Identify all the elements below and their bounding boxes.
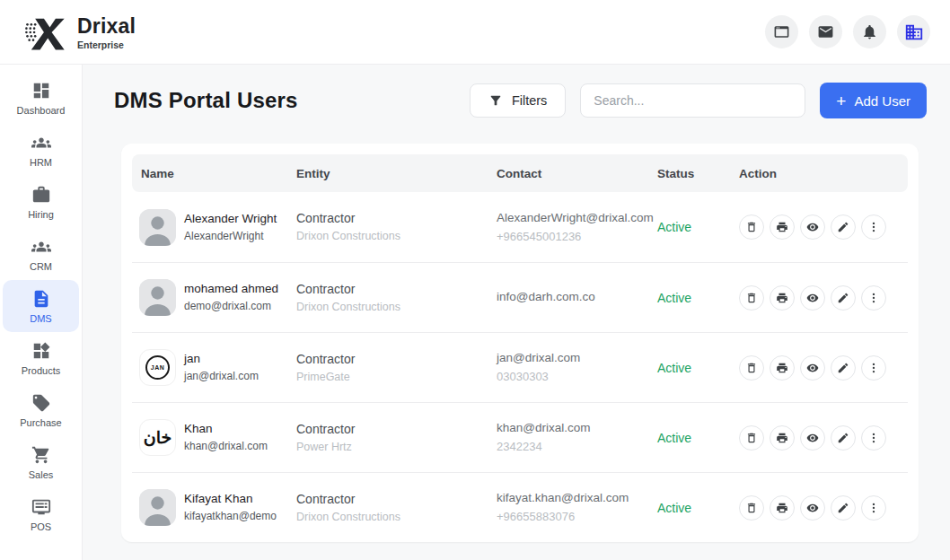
contact-phone: 03030303 bbox=[497, 368, 648, 386]
status-badge: Active bbox=[648, 431, 730, 445]
sidebar-item-label: POS bbox=[31, 521, 51, 532]
column-header-entity: Entity bbox=[287, 167, 488, 180]
sidebar-item-label: Products bbox=[22, 365, 60, 376]
delete-button[interactable] bbox=[739, 214, 764, 240]
company-button[interactable] bbox=[897, 15, 930, 48]
tag-icon bbox=[31, 393, 51, 413]
view-button[interactable] bbox=[800, 355, 825, 381]
print-button[interactable] bbox=[770, 285, 795, 311]
status-badge: Active bbox=[648, 361, 730, 375]
print-button[interactable] bbox=[770, 214, 795, 240]
edit-button[interactable] bbox=[831, 495, 856, 521]
brand-name: Drixal bbox=[77, 14, 136, 39]
table-row: خان Khan khan@drixal.com Contractor Powe… bbox=[132, 402, 908, 472]
edit-button[interactable] bbox=[831, 285, 856, 311]
pencil-icon bbox=[837, 292, 849, 304]
view-button[interactable] bbox=[800, 285, 825, 311]
more-button[interactable] bbox=[861, 285, 886, 311]
sidebar-item-dms[interactable]: DMS bbox=[3, 280, 79, 332]
table-row: Alexander Wright AlexanderWright Contrac… bbox=[132, 192, 908, 262]
user-name: mohamed ahmed bbox=[184, 280, 278, 299]
more-button[interactable] bbox=[861, 214, 886, 240]
pencil-icon bbox=[837, 221, 849, 233]
plus-icon: + bbox=[836, 92, 846, 109]
table-row: Kifayat Khan kifayatkhan@demo Contractor… bbox=[132, 472, 908, 542]
entity-type: Contractor bbox=[296, 209, 488, 228]
contact-email: info@darh.com.co bbox=[497, 288, 648, 307]
filters-button[interactable]: Filters bbox=[470, 83, 566, 118]
avatar-label: خان bbox=[144, 427, 172, 448]
sidebar-item-sales[interactable]: Sales bbox=[3, 436, 79, 488]
sidebar-item-label: Sales bbox=[29, 469, 54, 480]
trash-icon bbox=[745, 221, 758, 233]
sidebar-item-label: DMS bbox=[30, 313, 51, 324]
page-title: DMS Portal Users bbox=[114, 88, 470, 113]
sidebar-item-hiring[interactable]: Hiring bbox=[3, 176, 79, 228]
entity-name: PrimeGate bbox=[296, 369, 488, 386]
print-button[interactable] bbox=[770, 495, 795, 521]
print-button[interactable] bbox=[770, 355, 795, 381]
dashboard-icon bbox=[31, 81, 51, 101]
edit-button[interactable] bbox=[831, 425, 856, 451]
delete-button[interactable] bbox=[739, 285, 764, 311]
user-name: Khan bbox=[184, 420, 268, 439]
notifications-button[interactable] bbox=[853, 15, 886, 48]
top-header: Drixal Enterprise bbox=[0, 0, 950, 65]
brand-subtitle: Enterprise bbox=[77, 39, 136, 50]
user-name: Kifayat Khan bbox=[184, 490, 277, 509]
contact-email: AlexanderWright@drixal.com bbox=[497, 209, 648, 228]
sidebar-item-label: Purchase bbox=[20, 417, 61, 428]
more-vert-icon bbox=[867, 362, 880, 374]
sidebar-item-hrm[interactable]: HRM bbox=[3, 124, 79, 176]
sidebar-item-label: Hiring bbox=[28, 209, 54, 220]
more-button[interactable] bbox=[861, 355, 886, 381]
column-header-status: Status bbox=[648, 167, 730, 180]
sidebar-item-crm[interactable]: CRM bbox=[3, 228, 79, 280]
sidebar-item-dashboard[interactable]: Dashboard bbox=[3, 72, 79, 124]
eye-icon bbox=[806, 221, 819, 233]
user-username: AlexanderWright bbox=[184, 229, 277, 244]
printer-icon bbox=[776, 502, 788, 514]
window-button[interactable] bbox=[765, 15, 798, 48]
sidebar: Dashboard HRM Hiring CRM DMS Products Pu… bbox=[0, 65, 83, 560]
eye-icon bbox=[806, 502, 819, 514]
add-user-button[interactable]: + Add User bbox=[820, 83, 927, 118]
sidebar-item-purchase[interactable]: Purchase bbox=[3, 384, 79, 436]
entity-name: Power Hrtz bbox=[296, 439, 488, 456]
print-button[interactable] bbox=[770, 425, 795, 451]
table-header-row: Name Entity Contact Status Action bbox=[132, 154, 908, 192]
status-badge: Active bbox=[648, 501, 730, 515]
view-button[interactable] bbox=[800, 425, 825, 451]
view-button[interactable] bbox=[800, 214, 825, 240]
sidebar-item-label: HRM bbox=[30, 157, 52, 168]
drixal-logo-icon bbox=[22, 9, 68, 56]
delete-button[interactable] bbox=[739, 355, 764, 381]
sidebar-item-pos[interactable]: POS bbox=[3, 488, 79, 540]
printer-icon bbox=[776, 432, 788, 444]
search-input[interactable] bbox=[580, 83, 805, 118]
contact-phone: +96655883076 bbox=[497, 508, 648, 526]
briefcase-icon bbox=[31, 185, 51, 205]
trash-icon bbox=[745, 432, 758, 444]
delete-button[interactable] bbox=[739, 495, 764, 521]
pencil-icon bbox=[837, 362, 849, 374]
more-vert-icon bbox=[867, 221, 880, 233]
entity-name: Drixon Constructions bbox=[296, 228, 488, 245]
column-header-action: Action bbox=[730, 167, 908, 180]
edit-button[interactable] bbox=[831, 355, 856, 381]
sidebar-item-products[interactable]: Products bbox=[3, 332, 79, 384]
delete-button[interactable] bbox=[739, 425, 764, 451]
entity-type: Contractor bbox=[296, 420, 488, 439]
users-table-card: Name Entity Contact Status Action Alexan… bbox=[121, 144, 919, 542]
table-row: JAN jan jan@drixal.com Contractor PrimeG… bbox=[132, 332, 908, 402]
user-name: Alexander Wright bbox=[184, 210, 277, 229]
avatar-label: JAN bbox=[145, 355, 170, 380]
edit-button[interactable] bbox=[831, 214, 856, 240]
more-button[interactable] bbox=[861, 425, 886, 451]
more-vert-icon bbox=[867, 502, 880, 514]
view-button[interactable] bbox=[800, 495, 825, 521]
more-button[interactable] bbox=[861, 495, 886, 521]
printer-icon bbox=[776, 362, 788, 374]
avatar: خان bbox=[139, 419, 176, 456]
mail-button[interactable] bbox=[809, 15, 842, 48]
